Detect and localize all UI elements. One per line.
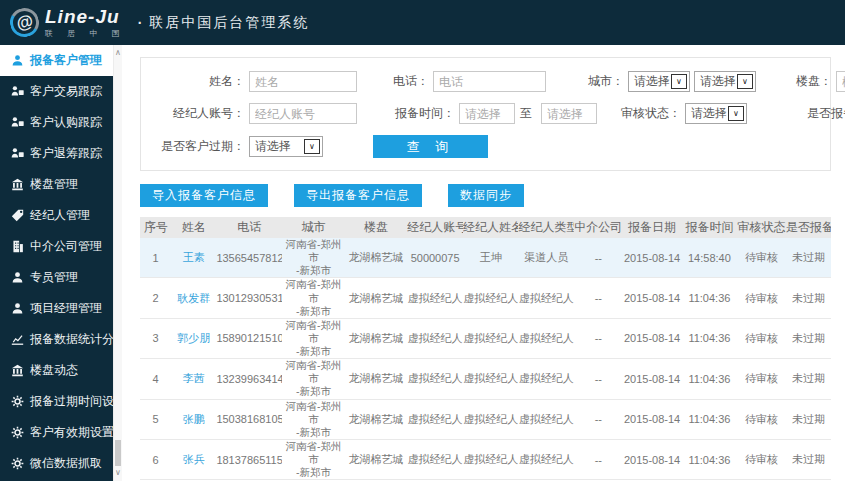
sidebar-item-7[interactable]: 专员管理 (0, 262, 113, 293)
cell-agent-account: 虚拟经纪人 (407, 439, 463, 479)
name-input[interactable] (249, 71, 357, 92)
cell-agent-name: 虚拟经纪人 (463, 278, 519, 318)
sidebar-item-2[interactable]: 客户认购跟踪 (0, 107, 113, 138)
cell-city: 河南省-郑州市 -新郑市 (282, 399, 345, 439)
cell-audit-status: 待审核 (737, 399, 786, 439)
customer-name-link[interactable]: 张兵 (171, 439, 216, 479)
sidebar-item-8[interactable]: 项目经理管理 (0, 293, 113, 324)
report-time-label: 报备时间： (379, 105, 455, 122)
cell-audit-status: 待审核 (737, 278, 786, 318)
cell-building: 龙湖棉艺城 (345, 318, 408, 358)
customer-expired-select[interactable]: 请选择 ∨ (249, 136, 323, 157)
column-header: 序号 (140, 217, 171, 238)
sidebar-item-11[interactable]: 报备过期时间设置 (0, 386, 113, 417)
cell-city: 河南省-郑州市 -新郑市 (282, 439, 345, 479)
track-icon (11, 116, 24, 129)
sidebar-item-label: 客户认购跟踪 (30, 114, 102, 131)
agent-account-input[interactable] (249, 103, 357, 124)
scroll-down-arrow[interactable]: ∨ (114, 468, 122, 478)
user-icon (11, 302, 24, 315)
cell-agent-name: 虚拟经纪人 (463, 359, 519, 399)
column-header: 是否报备过期 (786, 217, 831, 238)
table-row[interactable]: 1 王素 13565457812 河南省-郑州市 -新郑市 龙湖棉艺城 5000… (140, 238, 831, 278)
toolbar: 导入报备客户信息 导出报备客户信息 数据同步 (140, 184, 845, 207)
sidebar-item-label: 报备过期时间设置 (30, 393, 126, 410)
sidebar-item-3[interactable]: 客户退筹跟踪 (0, 138, 113, 169)
table-row[interactable]: 2 耿发群 13012930531 河南省-郑州市 -新郑市 龙湖棉艺城 虚拟经… (140, 278, 831, 318)
main-content: 姓名： 电话： 城市： 请选择 ∨ 请选择 ∨ (122, 45, 845, 481)
cell-index: 2 (140, 278, 171, 318)
data-sync-button[interactable]: 数据同步 (448, 184, 524, 207)
sidebar-item-9[interactable]: 报备数据统计分析 (0, 324, 113, 355)
table-body: 1 王素 13565457812 河南省-郑州市 -新郑市 龙湖棉艺城 5000… (140, 238, 831, 481)
city-province-select[interactable]: 请选择 ∨ (628, 71, 690, 92)
phone-input[interactable] (433, 71, 546, 92)
office-icon (11, 240, 24, 253)
gear-icon (11, 395, 24, 408)
cell-phone: 18137865115 (216, 439, 282, 479)
scroll-up-arrow[interactable]: ∧ (114, 48, 122, 58)
logo: @ Line-Ju 联 居 中 国 (10, 7, 126, 39)
sidebar-item-0[interactable]: 报备客户管理 (0, 45, 113, 76)
customer-name-link[interactable]: 郭少朋 (171, 318, 216, 358)
cell-audit-status: 待审核 (737, 359, 786, 399)
cell-city: 河南省-郑州市 -新郑市 (282, 318, 345, 358)
cell-building: 龙湖棉艺城 (345, 359, 408, 399)
table-row[interactable]: 3 郭少朋 15890121510 河南省-郑州市 -新郑市 龙湖棉艺城 虚拟经… (140, 318, 831, 358)
sidebar-item-label: 专员管理 (30, 269, 78, 286)
sidebar-item-1[interactable]: 客户交易跟踪 (0, 76, 113, 107)
report-expired-label: 是否报备过期： (807, 105, 845, 122)
sidebar-item-13[interactable]: 微信数据抓取 (0, 448, 113, 479)
customer-expired-label: 是否客户过期： (149, 138, 245, 155)
column-header: 报备时间 (682, 217, 738, 238)
customer-name-link[interactable]: 王素 (171, 238, 216, 278)
sidebar-item-label: 客户有效期设置 (30, 424, 114, 441)
import-report-customers-button[interactable]: 导入报备客户信息 (140, 184, 268, 207)
cell-report-date: 2015-08-14 (623, 318, 682, 358)
table-row[interactable]: 5 张鹏 15038168105 河南省-郑州市 -新郑市 龙湖棉艺城 虚拟经纪… (140, 399, 831, 439)
report-time-to-input[interactable] (541, 103, 597, 124)
customer-name-link[interactable]: 张鹏 (171, 399, 216, 439)
brand-subtitle: 联 居 中 国 (45, 28, 126, 39)
building-label: 楼盘： (784, 73, 832, 90)
building-input[interactable] (836, 71, 845, 92)
table-row[interactable]: 4 李茜 13239963414 河南省-郑州市 -新郑市 龙湖棉艺城 虚拟经纪… (140, 359, 831, 399)
sidebar-item-label: 项目经理管理 (30, 300, 102, 317)
search-filter-panel: 姓名： 电话： 城市： 请选择 ∨ 请选择 ∨ (140, 57, 831, 171)
at-logo-icon: @ (7, 5, 43, 41)
cell-building: 龙湖棉艺城 (345, 439, 408, 479)
phone-label: 电话： (379, 73, 429, 90)
audit-status-select[interactable]: 请选择 ∨ (685, 103, 747, 124)
cell-report-time: 11:04:36 (682, 318, 738, 358)
cell-city: 河南省-郑州市 -新郑市 (282, 359, 345, 399)
sidebar-item-12[interactable]: 客户有效期设置 (0, 417, 113, 448)
cell-report-expired: 未过期 (786, 318, 831, 358)
agent-account-label: 经纪人账号： (149, 105, 245, 122)
customer-name-link[interactable]: 李茜 (171, 359, 216, 399)
gear-icon (11, 457, 24, 470)
sidebar-item-4[interactable]: 楼盘管理 (0, 169, 113, 200)
sidebar-item-5[interactable]: 经纪人管理 (0, 200, 113, 231)
sidebar-item-10[interactable]: 楼盘动态 (0, 355, 113, 386)
cell-report-date: 2015-08-14 (623, 439, 682, 479)
cell-phone: 15890121510 (216, 318, 282, 358)
cell-agency: -- (574, 238, 623, 278)
cell-index: 6 (140, 439, 171, 479)
scrollbar-thumb[interactable] (115, 440, 121, 466)
chart-icon (11, 333, 24, 346)
customer-name-link[interactable]: 耿发群 (171, 278, 216, 318)
query-button[interactable]: 查 询 (373, 135, 488, 158)
city-city-select[interactable]: 请选择 ∨ (694, 71, 756, 92)
name-label: 姓名： (149, 73, 245, 90)
sidebar-scrollbar[interactable]: ∧ ∨ (113, 45, 122, 481)
cell-building: 龙湖棉艺城 (345, 238, 408, 278)
top-header: @ Line-Ju 联 居 中 国 · 联居中国后台管理系统 (0, 0, 845, 45)
cell-index: 5 (140, 399, 171, 439)
export-report-customers-button[interactable]: 导出报备客户信息 (294, 184, 422, 207)
cell-agent-name: 虚拟经纪人 (463, 399, 519, 439)
report-time-from-input[interactable] (459, 103, 515, 124)
column-header: 姓名 (171, 217, 216, 238)
cell-report-date: 2015-08-14 (623, 278, 682, 318)
table-row[interactable]: 6 张兵 18137865115 河南省-郑州市 -新郑市 龙湖棉艺城 虚拟经纪… (140, 439, 831, 479)
sidebar-item-6[interactable]: 中介公司管理 (0, 231, 113, 262)
